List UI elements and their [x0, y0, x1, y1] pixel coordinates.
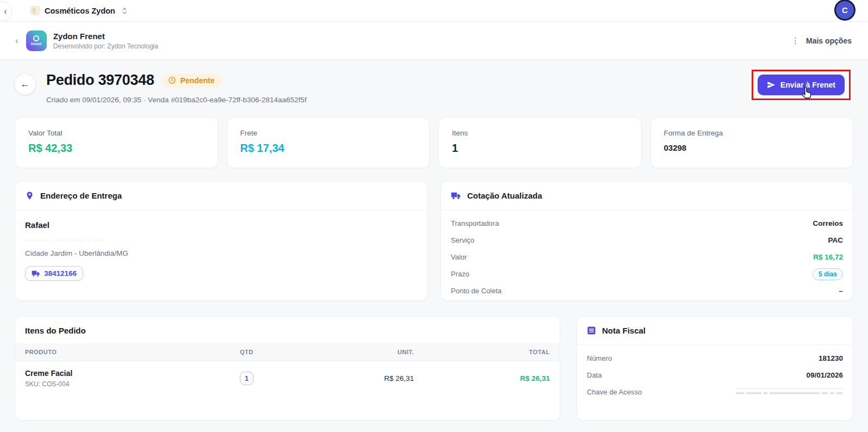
row-value-chip-wrap: 5 dias	[813, 268, 843, 280]
app-title: Zydon Frenet	[53, 32, 158, 41]
invoice-card-title: Nota Fiscal	[602, 326, 646, 335]
topbar: ‹ Cosméticos Zydon C	[0, 0, 868, 22]
store-name: Cosméticos Zydon	[45, 7, 115, 15]
truck-icon	[451, 192, 461, 200]
annotation-highlight-box: Enviar à Frenet	[752, 70, 851, 100]
table-row: Creme Facial SKU: COS-004 1 R$ 26,31 R$ …	[15, 361, 560, 396]
row-value: PAC	[828, 236, 843, 244]
street-redacted: ·········· ·········· · ····	[25, 237, 417, 243]
row-label: Prazo	[451, 270, 469, 278]
quote-row-valor: Valor R$ 16,72	[451, 249, 843, 266]
quote-row-prazo: Prazo 5 dias	[451, 266, 843, 282]
order-items-card: Itens do Pedido PRODUTO QTD UNIT. TOTAL …	[15, 316, 560, 421]
col-total: TOTAL	[414, 349, 550, 355]
stat-card-frete: Frete R$ 17,34	[227, 117, 430, 168]
col-unit: UNIT.	[332, 349, 414, 355]
row-value: R$ 16,72	[813, 253, 843, 261]
store-selector[interactable]: Cosméticos Zydon	[30, 6, 128, 15]
user-avatar[interactable]: C	[836, 1, 854, 19]
address-card-title: Endereço de Entrega	[40, 191, 122, 200]
app-back-chevron[interactable]: ‹	[15, 35, 18, 46]
stats-row: Valor Total R$ 42,33 Frete R$ 17,34 Iten…	[15, 117, 853, 168]
store-logo-icon	[30, 6, 40, 15]
row-label: Transportadora	[451, 219, 499, 227]
items-card-title: Itens do Pedido	[25, 326, 86, 335]
quote-row-transportadora: Transportadora Correios	[451, 215, 843, 232]
row-value: –	[839, 287, 843, 295]
clock-icon	[168, 76, 176, 84]
city-line: Cidade Jardim - Uberlândia/MG	[25, 249, 417, 257]
back-arrow-icon: ←	[21, 79, 30, 90]
app-subtitle: Desenvolvido por: Zydon Tecnologia	[53, 42, 158, 50]
app-header: ‹ frenet Zydon Frenet Desenvolvido por: …	[0, 22, 868, 60]
page-subtitle: Criado em 09/01/2026, 09:35 · Venda #019…	[46, 96, 307, 104]
send-icon	[767, 81, 776, 89]
col-produto: PRODUTO	[25, 349, 240, 355]
total-price-cell: R$ 26,31	[414, 374, 550, 382]
row-value: Correios	[813, 219, 843, 227]
quote-row-ponto-coleta: Ponto de Coleta –	[451, 282, 843, 299]
send-to-frenet-button[interactable]: Enviar à Frenet	[758, 75, 845, 95]
product-sku: SKU: COS-004	[25, 380, 240, 388]
stat-value: R$ 17,34	[240, 142, 417, 155]
kebab-icon: ⋮	[791, 36, 799, 46]
row-value-redacted: ---- ------- -- ----------------------- …	[736, 388, 843, 396]
chevron-left-icon: ‹	[4, 7, 7, 16]
cep-value: 38412166	[44, 269, 77, 277]
page-title-row: ← Pedido 3970348 Pendente Criado em 09/0…	[15, 72, 853, 104]
qty-cell: 1	[240, 372, 332, 385]
bottom-row: Itens do Pedido PRODUTO QTD UNIT. TOTAL …	[15, 316, 853, 421]
prazo-chip: 5 dias	[813, 268, 843, 280]
address-card: Endereço de Entrega Rafael ·········· ··…	[15, 181, 427, 301]
row-value: 181230	[819, 354, 843, 362]
status-badge-label: Pendente	[180, 76, 214, 85]
stat-value: 03298	[664, 143, 840, 152]
cep-chip[interactable]: 38412166	[25, 266, 83, 281]
invoice-row-chave: Chave de Acesso ---- ------- -- --------…	[587, 384, 843, 400]
row-value: 09/01/2026	[806, 371, 843, 379]
row-label: Ponto de Coleta	[451, 287, 501, 295]
stat-card-forma-entrega: Forma de Entrega 03298	[650, 117, 854, 168]
truck-icon	[32, 270, 40, 277]
unit-price-cell: R$ 26,31	[332, 374, 414, 382]
title-block: Pedido 3970348 Pendente Criado em 09/01/…	[46, 72, 307, 104]
stat-card-itens: Itens 1	[438, 117, 642, 168]
product-cell: Creme Facial SKU: COS-004	[25, 369, 240, 388]
quote-card: Cotação Atualizada Transportadora Correi…	[441, 181, 853, 301]
app-meta: Zydon Frenet Desenvolvido por: Zydon Tec…	[53, 32, 158, 50]
quote-card-title: Cotação Atualizada	[467, 191, 542, 200]
frenet-logo-text: frenet	[31, 42, 41, 46]
row-label: Número	[587, 354, 612, 362]
invoice-row-numero: Número 181230	[587, 350, 843, 367]
select-chevrons-icon	[121, 7, 128, 15]
stat-value: R$ 42,33	[28, 142, 204, 155]
invoice-card: Nota Fiscal Número 181230 Data 09/01/202…	[576, 316, 853, 421]
page-title: Pedido 3970348	[46, 72, 154, 89]
status-badge: Pendente	[162, 73, 222, 88]
more-options-button[interactable]: ⋮ Mais opções	[791, 36, 852, 46]
items-table-header: PRODUTO QTD UNIT. TOTAL	[15, 343, 560, 361]
col-qtd: QTD	[240, 349, 332, 355]
collapse-panel-button[interactable]: ‹	[0, 1, 12, 22]
main-content: ← Pedido 3970348 Pendente Criado em 09/0…	[0, 60, 868, 421]
quote-row-servico: Serviço PAC	[451, 232, 843, 249]
stat-value: 1	[452, 142, 628, 155]
row-label: Serviço	[451, 236, 474, 244]
invoice-icon	[587, 326, 596, 335]
stat-label: Itens	[452, 129, 628, 137]
more-options-label: Mais opções	[806, 36, 852, 45]
stat-card-valor-total: Valor Total R$ 42,33	[15, 117, 218, 168]
product-name: Creme Facial	[25, 369, 240, 378]
row-label: Valor	[451, 253, 467, 261]
qty-chip: 1	[240, 372, 253, 385]
stat-label: Valor Total	[28, 129, 204, 137]
stat-label: Frete	[240, 129, 417, 137]
location-pin-icon	[25, 191, 34, 200]
frenet-app-icon: frenet	[26, 30, 47, 51]
back-button[interactable]: ←	[15, 74, 35, 95]
recipient-name: Rafael	[25, 220, 417, 230]
middle-row: Endereço de Entrega Rafael ·········· ··…	[15, 181, 853, 301]
send-to-frenet-label: Enviar à Frenet	[780, 81, 835, 89]
stat-label: Forma de Entrega	[664, 129, 840, 137]
row-label: Chave de Acesso	[587, 388, 642, 396]
